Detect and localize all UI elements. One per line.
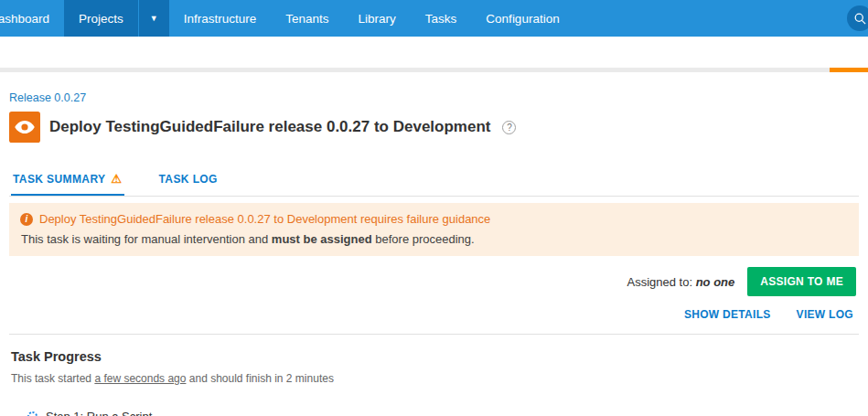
assign-to-me-button[interactable]: ASSIGN TO ME	[747, 267, 856, 296]
nav-item-configuration[interactable]: Configuration	[471, 0, 573, 37]
tab-task-summary[interactable]: TASK SUMMARY ⚠	[11, 163, 124, 196]
nav-item-projects[interactable]: Projects	[64, 0, 138, 37]
page-progress-fill	[830, 68, 868, 72]
projects-dropdown-caret-icon[interactable]: ▼	[139, 0, 169, 37]
tab-task-log-label: TASK LOG	[159, 173, 218, 186]
show-details-link[interactable]: SHOW DETAILS	[684, 308, 771, 321]
assigned-to-value: no one	[696, 275, 735, 289]
step-list: Step 1: Run a Script Worker	[9, 410, 859, 416]
step-item-1[interactable]: Step 1: Run a Script	[27, 410, 859, 416]
page-header: Deploy TestingGuidedFailure release 0.0.…	[9, 112, 859, 143]
spinner-icon	[27, 411, 38, 416]
task-page: Release 0.0.27 Deploy TestingGuidedFailu…	[0, 72, 868, 416]
search-icon[interactable]	[847, 5, 868, 31]
tab-task-summary-label: TASK SUMMARY	[13, 173, 105, 186]
nav-item-library[interactable]: Library	[344, 0, 411, 37]
assignment-row: Assigned to: no one ASSIGN TO ME	[9, 267, 859, 296]
nav-item-dashboard[interactable]: Dashboard	[0, 0, 64, 37]
task-progress-heading: Task Progress	[9, 349, 859, 364]
info-icon: i	[20, 213, 33, 226]
task-links-row: SHOW DETAILS VIEW LOG	[9, 308, 859, 335]
alert-body-prefix: This task is waiting for manual interven…	[21, 232, 272, 246]
finish-time: 2 minutes	[286, 372, 334, 385]
alert-title-row: i Deploy TestingGuidedFailure release 0.…	[20, 212, 848, 226]
breadcrumb-release-link[interactable]: Release 0.0.27	[9, 91, 86, 104]
main-nav: Dashboard Projects ▼ Infrastructure Tena…	[0, 0, 574, 37]
step-1-label: Step 1: Run a Script	[46, 410, 152, 416]
guided-failure-alert: i Deploy TestingGuidedFailure release 0.…	[9, 203, 859, 256]
deployment-task-icon	[9, 112, 40, 143]
magnifier-glyph	[853, 12, 867, 26]
view-log-link[interactable]: VIEW LOG	[797, 308, 853, 321]
nav-item-tenants[interactable]: Tenants	[271, 0, 343, 37]
warning-icon: ⚠	[111, 172, 122, 186]
alert-body: This task is waiting for manual interven…	[20, 232, 848, 246]
alert-body-suffix: before proceeding.	[372, 232, 475, 246]
task-progress-subtext: This task started a few seconds ago and …	[9, 372, 859, 385]
help-icon[interactable]: ?	[502, 121, 516, 134]
started-time[interactable]: a few seconds ago	[94, 372, 186, 385]
assigned-to-label: Assigned to: no one	[627, 275, 734, 289]
nav-item-infrastructure[interactable]: Infrastructure	[169, 0, 272, 37]
alert-body-bold: must be assigned	[272, 232, 372, 246]
started-prefix: This task started	[11, 372, 94, 385]
tab-task-log[interactable]: TASK LOG	[157, 163, 220, 196]
page-progress-bar	[0, 68, 868, 72]
alert-title: Deploy TestingGuidedFailure release 0.0.…	[39, 212, 490, 226]
page-title: Deploy TestingGuidedFailure release 0.0.…	[49, 118, 490, 136]
started-mid: and should finish in	[186, 372, 285, 385]
top-nav: Dashboard Projects ▼ Infrastructure Tena…	[0, 0, 868, 37]
nav-item-tasks[interactable]: Tasks	[411, 0, 472, 37]
task-tabs: TASK SUMMARY ⚠ TASK LOG	[9, 163, 859, 197]
assigned-to-text: Assigned to:	[627, 275, 692, 289]
